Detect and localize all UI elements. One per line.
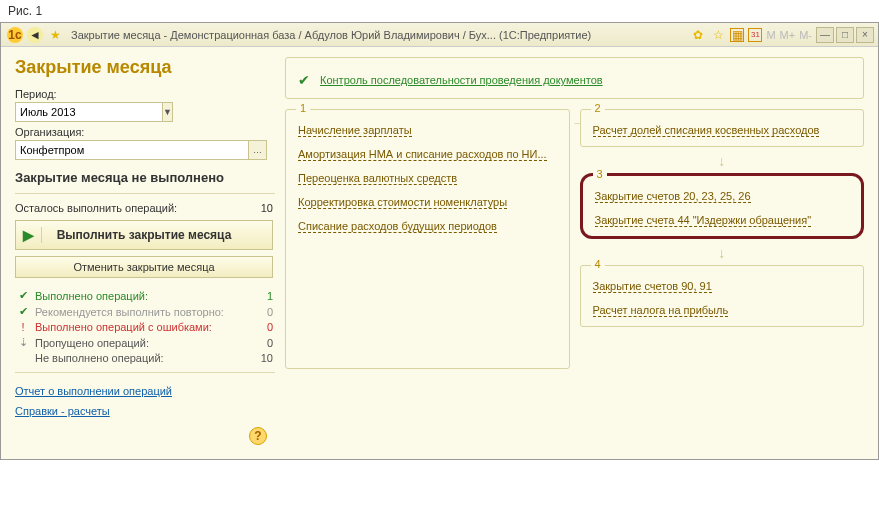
play-icon: ▶ [16, 227, 42, 243]
group-3-highlighted: 3 Закрытие счетов 20, 23, 25, 26 Закрыти… [580, 173, 865, 239]
control-link[interactable]: Контроль последовательности проведения д… [320, 74, 603, 86]
m-plus-button[interactable]: M+ [780, 29, 796, 41]
op-link[interactable]: Корректировка стоимости номенклатуры [298, 196, 507, 209]
divider [15, 193, 275, 194]
op-link[interactable]: Переоценка валютных средств [298, 172, 457, 185]
run-close-month-button[interactable]: ▶ Выполнить закрытие месяца [15, 220, 273, 250]
op-link[interactable]: Начисление зарплаты [298, 124, 412, 137]
window-title: Закрытие месяца - Демонстрационная база … [65, 29, 688, 41]
stat-pending-value: 10 [253, 352, 273, 364]
org-label: Организация: [15, 126, 273, 138]
group-number: 3 [593, 168, 607, 180]
stat-pending-label: Не выполнено операций: [35, 352, 164, 364]
bookmark-icon[interactable]: ☆ [710, 27, 726, 43]
op-link[interactable]: Расчет налога на прибыль [593, 304, 729, 317]
star-icon[interactable]: ★ [47, 27, 63, 43]
m-minus-button[interactable]: M- [799, 29, 812, 41]
error-icon: ! [15, 321, 31, 333]
group-1: 1 Начисление зарплаты Амортизация НМА и … [285, 109, 570, 369]
titlebar: 1c ◄ ★ Закрытие месяца - Демонстрационна… [1, 23, 878, 47]
stat-skipped-label: Пропущено операций: [35, 337, 149, 349]
arrow-down-icon: ↓ [580, 153, 865, 169]
fav-icon[interactable]: ✿ [690, 27, 706, 43]
arrow-down-icon: ↓ [580, 245, 865, 261]
op-link[interactable]: Амортизация НМА и списание расходов по Н… [298, 148, 547, 161]
status-title: Закрытие месяца не выполнено [15, 170, 273, 185]
group-2: 2 Расчет долей списания косвенных расход… [580, 109, 865, 147]
divider [15, 372, 275, 373]
m-button[interactable]: M [766, 29, 775, 41]
org-input[interactable] [15, 140, 249, 160]
stat-errors-label: Выполнено операций с ошибками: [35, 321, 212, 333]
stat-retry-value: 0 [253, 306, 273, 318]
period-input[interactable] [15, 102, 163, 122]
op-link[interactable]: Закрытие счета 44 "Издержки обращения" [595, 214, 812, 227]
period-label: Период: [15, 88, 273, 100]
refs-link[interactable]: Справки - расчеты [15, 405, 110, 417]
check-icon: ✔ [298, 72, 310, 88]
group-number: 4 [591, 258, 605, 270]
page-title: Закрытие месяца [15, 57, 273, 78]
calendar-icon[interactable]: 31 [748, 28, 762, 42]
op-link[interactable]: Списание расходов будущих периодов [298, 220, 497, 233]
maximize-button[interactable]: □ [836, 27, 854, 43]
op-link[interactable]: Закрытие счетов 20, 23, 25, 26 [595, 190, 751, 203]
close-button[interactable]: × [856, 27, 874, 43]
report-link[interactable]: Отчет о выполнении операций [15, 385, 172, 397]
stat-errors-value: 0 [253, 321, 273, 333]
period-dropdown-icon[interactable]: ▼ [163, 102, 173, 122]
stat-skipped-value: 0 [253, 337, 273, 349]
minimize-button[interactable]: — [816, 27, 834, 43]
group-number: 1 [296, 102, 310, 114]
stat-done-label: Выполнено операций: [35, 290, 148, 302]
stat-done-value: 1 [253, 290, 273, 302]
app-logo-icon: 1c [7, 27, 23, 43]
check-icon: ✔ [15, 305, 31, 318]
control-group: ✔ Контроль последовательности проведения… [285, 57, 864, 99]
op-link[interactable]: Закрытие счетов 90, 91 [593, 280, 712, 293]
figure-label: Рис. 1 [0, 0, 879, 22]
remaining-label: Осталось выполнить операций: [15, 202, 177, 214]
stat-retry-label: Рекомендуется выполнить повторно: [35, 306, 224, 318]
remaining-value: 10 [253, 202, 273, 214]
left-panel: Закрытие месяца Период: ▼ Организация: …… [15, 57, 285, 445]
right-panel: ✔ Контроль последовательности проведения… [285, 57, 864, 445]
back-icon[interactable]: ◄ [27, 27, 43, 43]
app-window: 1c ◄ ★ Закрытие месяца - Демонстрационна… [0, 22, 879, 460]
check-icon: ✔ [15, 289, 31, 302]
group-number: 2 [591, 102, 605, 114]
run-button-label: Выполнить закрытие месяца [42, 228, 272, 242]
org-select-button[interactable]: … [249, 140, 267, 160]
cancel-close-month-button[interactable]: Отменить закрытие месяца [15, 256, 273, 278]
help-icon[interactable]: ? [249, 427, 267, 445]
skip-icon: ⇣ [15, 336, 31, 349]
op-link[interactable]: Расчет долей списания косвенных расходов [593, 124, 820, 137]
group-4: 4 Закрытие счетов 90, 91 Расчет налога н… [580, 265, 865, 327]
grid-icon[interactable]: ▦ [730, 28, 744, 42]
